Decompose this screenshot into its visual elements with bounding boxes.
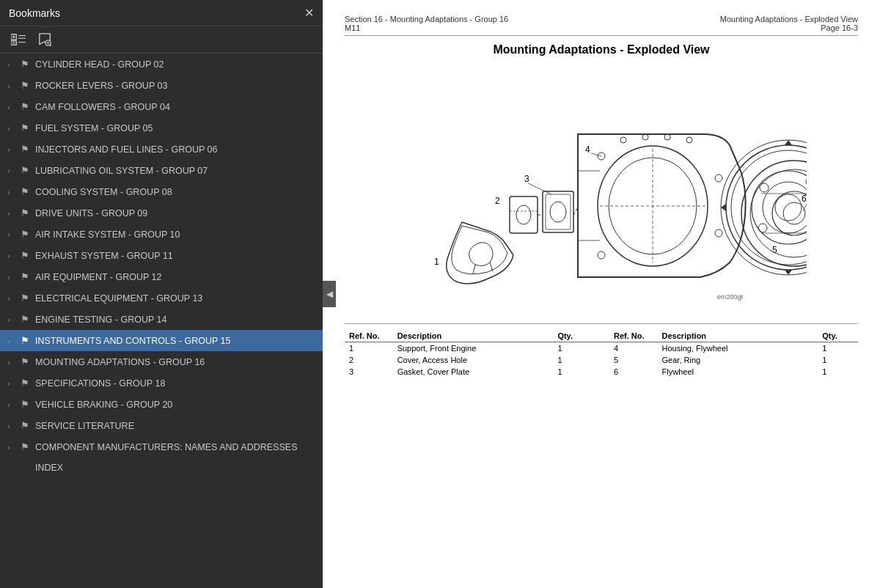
chevron-icon: › [7,145,16,154]
svg-point-31 [642,134,648,140]
bookmark-item-group04[interactable]: ›⚑CAM FOLLOWERS - GROUP 04 [0,96,323,117]
table-cell: 1 [553,354,593,366]
bookmark-item-group03[interactable]: ›⚑ROCKER LEVERS - GROUP 03 [0,75,323,96]
bookmark-item-group08[interactable]: ›⚑COOLING SYSTEM - GROUP 08 [0,181,323,202]
chevron-icon: › [7,103,16,111]
bookmark-icon: ⚑ [21,420,31,431]
diagram-area: 1 2 [345,68,858,317]
bookmark-label: INSTRUMENTS AND CONTROLS - GROUP 15 [35,336,315,346]
table-cell: 1 [818,366,858,378]
bookmark-label: INJECTORS AND FUEL LINES - GROUP 06 [35,144,315,155]
bookmark-label: ROCKER LEVERS - GROUP 03 [35,81,315,91]
svg-line-36 [591,153,601,156]
table-row: 2Cover, Access Hole15Gear, Ring1 [345,354,858,366]
bookmark-label: INDEX [35,463,315,473]
parts-diagram-svg: 1 2 [396,76,807,310]
col-header-desc1: Description [393,330,554,342]
bookmark-icon: ⚑ [21,293,31,304]
chevron-icon: › [7,166,16,175]
chevron-icon: › [7,443,16,452]
chevron-icon: › [7,422,16,430]
bookmark-icon: ⚑ [21,144,31,155]
parts-table: Ref. No. Description Qty. Ref. No. Descr… [345,330,858,378]
document-title: Mounting Adaptations - Exploded View [345,43,858,56]
bookmark-item-group06[interactable]: ›⚑INJECTORS AND FUEL LINES - GROUP 06 [0,139,323,160]
bookmark-label: VEHICLE BRAKING - GROUP 20 [35,400,315,410]
chevron-icon: › [7,273,16,282]
table-cell: Housing, Flywheel [658,342,818,355]
bookmark-icon: ⚑ [21,399,31,410]
toolbar-row [0,26,323,54]
chevron-icon: › [7,81,16,90]
bookmark-label: LUBRICATING OIL SYSTEM - GROUP 07 [35,166,315,176]
table-cell: 3 [345,366,393,378]
chevron-icon: › [7,209,16,218]
close-button[interactable]: ✕ [304,6,314,20]
svg-rect-15 [510,196,538,233]
bookmark-item-group18[interactable]: ›⚑SPECIFICATIONS - GROUP 18 [0,372,323,394]
bookmark-item-group02[interactable]: ›⚑CYLINDER HEAD - GROUP 02 [0,54,323,75]
bookmark-icon: ⚑ [21,441,31,452]
find-bookmark-button[interactable] [34,31,56,48]
table-cell: Flywheel [658,366,818,378]
bookmark-label: COMPONENT MANUFACTURERS: NAMES AND ADDRE… [35,442,315,452]
expand-all-button[interactable] [7,31,29,48]
bookmark-label: SPECIFICATIONS - GROUP 18 [35,378,315,389]
chevron-icon: › [7,379,16,388]
table-cell: 1 [553,366,593,378]
bookmark-item-group09[interactable]: ›⚑DRIVE UNITS - GROUP 09 [0,202,323,224]
header-left: Section 16 - Mounting Adaptations - Grou… [345,15,508,32]
bookmark-item-group15[interactable]: ›⚑INSTRUMENTS AND CONTROLS - GROUP 15 [0,330,323,351]
bookmark-item-group16[interactable]: ›⚑MOUNTING ADAPTATIONS - GROUP 16 [0,351,323,372]
table-cell: Cover, Access Hole [393,354,554,366]
bookmark-label: FUEL SYSTEM - GROUP 05 [35,123,315,133]
collapse-panel-button[interactable]: ◀ [323,281,336,307]
col-header-qty2: Qty. [818,330,858,342]
bookmark-icon: ⚑ [21,250,31,261]
chevron-icon: › [7,294,16,303]
label-6: 6 [802,194,807,204]
bookmark-item-group20[interactable]: ›⚑VEHICLE BRAKING - GROUP 20 [0,394,323,415]
bookmark-item-group10[interactable]: ›⚑AIR INTAKE SYSTEM - GROUP 10 [0,224,323,245]
bookmark-item-group07[interactable]: ›⚑LUBRICATING OIL SYSTEM - GROUP 07 [0,160,323,181]
col-header-refno1: Ref. No. [345,330,393,342]
svg-point-46 [758,224,767,232]
col-header-desc2: Description [658,330,818,342]
table-row: 1Support, Front Engine14Housing, Flywhee… [345,342,858,355]
svg-point-27 [598,251,605,259]
table-cell: 1 [345,342,393,355]
bookmark-label: AIR INTAKE SYSTEM - GROUP 10 [35,229,315,240]
chevron-icon: › [7,188,16,196]
table-cell [593,366,609,378]
svg-point-48 [750,169,807,257]
bookmark-item-group05[interactable]: ›⚑FUEL SYSTEM - GROUP 05 [0,117,323,139]
bookmark-item-component[interactable]: ›⚑COMPONENT MANUFACTURERS: NAMES AND ADD… [0,436,323,457]
svg-point-29 [715,229,722,237]
bookmark-label: SERVICE LITERATURE [35,421,315,431]
bookmark-item-group13[interactable]: ›⚑ELECTRICAL EQUIPMENT - GROUP 13 [0,287,323,309]
chevron-icon: › [7,124,16,133]
table-row: 3Gasket, Cover Plate16Flywheel1 [345,366,858,378]
table-header-row: Ref. No. Description Qty. Ref. No. Descr… [345,330,858,342]
expand-icon [11,33,26,46]
bookmark-item-group12[interactable]: ›⚑AIR EQUIPMENT - GROUP 12 [0,266,323,287]
svg-rect-19 [546,194,571,229]
right-panel: ◀ Section 16 - Mounting Adaptations - Gr… [323,0,880,588]
chevron-icon: › [7,60,16,69]
bookmark-item-group14[interactable]: ›⚑ENGINE TESTING - GROUP 14 [0,309,323,330]
bookmarks-title: Bookmarks [9,7,60,19]
col-spacer [593,330,609,342]
bookmark-item-index[interactable]: INDEX [0,457,323,478]
bookmark-item-group11[interactable]: ›⚑EXHAUST SYSTEM - GROUP 11 [0,245,323,266]
bookmark-item-service[interactable]: ›⚑SERVICE LITERATURE [0,415,323,436]
bookmark-label: ELECTRICAL EQUIPMENT - GROUP 13 [35,293,315,304]
chevron-icon: › [7,251,16,260]
bookmark-icon: ⚑ [21,101,31,112]
bookmark-label: AIR EQUIPMENT - GROUP 12 [35,272,315,282]
svg-point-30 [620,137,626,143]
part4-housing [578,134,746,277]
label-1: 1 [434,257,439,267]
svg-point-33 [686,137,692,143]
table-cell: Gear, Ring [658,354,818,366]
find-bookmark-icon [37,33,52,46]
